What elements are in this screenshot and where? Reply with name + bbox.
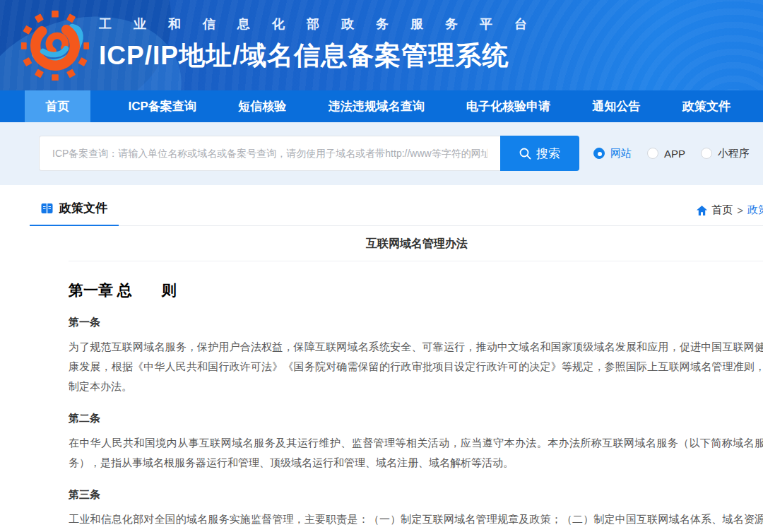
nav-item-illegal-domain-query[interactable]: 违法违规域名查询 <box>324 90 429 122</box>
nav-item-notices[interactable]: 通知公告 <box>588 90 645 122</box>
article-3: 第三条 工业和信息化部对全国的域名服务实施监督管理，主要职责是：（一）制定互联网… <box>69 488 763 532</box>
section-title: 政策文件 <box>59 200 107 216</box>
radio-app-label: APP <box>664 148 685 160</box>
breadcrumb-current[interactable]: 政策文件 <box>747 203 763 217</box>
radio-mini-program[interactable]: 小程序 <box>701 147 750 160</box>
nav-item-electronic-verify[interactable]: 电子化核验申请 <box>462 90 555 122</box>
content-area: 政策文件 首页 > 政策文件 互联网域名管理办法 第一章 总 则 第一条 为了规… <box>0 185 763 532</box>
nav-item-sms-verify[interactable]: 短信核验 <box>234 90 290 122</box>
site-header: 工业和信息化部政务服务平台 ICP/IP地址/域名信息备案管理系统 <box>0 0 763 90</box>
browser-viewport: 工业和信息化部政务服务平台 ICP/IP地址/域名信息备案管理系统 首页 ICP… <box>0 0 763 532</box>
document-title: 互联网域名管理办法 <box>69 237 763 261</box>
radio-dot-icon <box>593 148 605 159</box>
article-2: 第二条 在中华人民共和国境内从事互联网域名服务及其运行维护、监督管理等相关活动，… <box>69 412 763 473</box>
radio-website[interactable]: 网站 <box>593 147 632 160</box>
article-text: 工业和信息化部对全国的域名服务实施监督管理，主要职责是：（一）制定互联网域名管理… <box>69 509 763 532</box>
nav-item-policy-docs[interactable]: 政策文件 <box>678 90 735 122</box>
radio-app[interactable]: APP <box>647 148 685 160</box>
main-nav: 首页 ICP备案查询 短信核验 违法违规域名查询 电子化核验申请 通知公告 政策… <box>0 90 763 122</box>
article-1: 第一条 为了规范互联网域名服务，保护用户合法权益，保障互联网域名系统安全、可靠运… <box>69 316 763 396</box>
search-icon <box>519 148 531 160</box>
policy-doc-icon <box>41 203 53 214</box>
icp-search-input[interactable] <box>39 136 500 171</box>
article-heading: 第一条 <box>69 316 763 329</box>
breadcrumb-home[interactable]: 首页 <box>711 203 733 217</box>
home-icon <box>697 206 707 215</box>
breadcrumb-separator: > <box>737 204 743 216</box>
radio-dot-icon <box>647 148 658 159</box>
header-titles: 工业和信息化部政务服务平台 ICP/IP地址/域名信息备案管理系统 <box>99 16 549 73</box>
search-button[interactable]: 搜索 <box>500 136 579 171</box>
header-inner: 工业和信息化部政务服务平台 ICP/IP地址/域名信息备案管理系统 <box>0 0 763 81</box>
platform-title: 工业和信息化部政务服务平台 <box>99 16 549 32</box>
article-heading: 第三条 <box>69 488 763 502</box>
article-heading: 第二条 <box>69 412 763 425</box>
miit-gear-e-logo <box>21 8 89 81</box>
article-text: 为了规范互联网域名服务，保护用户合法权益，保障互联网域名系统安全、可靠运行，推动… <box>69 337 763 396</box>
radio-website-label: 网站 <box>610 147 632 160</box>
page: 工业和信息化部政务服务平台 ICP/IP地址/域名信息备案管理系统 首页 ICP… <box>0 0 763 532</box>
policy-document: 互联网域名管理办法 第一章 总 则 第一条 为了规范互联网域名服务，保护用户合法… <box>69 237 763 532</box>
tab-policy-documents[interactable]: 政策文件 <box>30 194 119 226</box>
chapter-heading: 第一章 总 则 <box>69 280 763 300</box>
system-title: ICP/IP地址/域名信息备案管理系统 <box>99 38 549 73</box>
search-button-label: 搜索 <box>536 146 560 162</box>
breadcrumb: 首页 > 政策文件 <box>697 203 763 225</box>
nav-item-home[interactable]: 首页 <box>25 90 90 122</box>
search-row: 搜索 网站 APP 小程序 快应用 <box>0 122 763 171</box>
article-text: 在中华人民共和国境内从事互联网域名服务及其运行维护、监督管理等相关活动，应当遵守… <box>69 433 763 473</box>
nav-item-icp-query[interactable]: ICP备案查询 <box>124 90 200 122</box>
radio-dot-icon <box>701 148 712 159</box>
search-section: 搜索 网站 APP 小程序 快应用 <box>0 122 763 185</box>
section-header: 政策文件 首页 > 政策文件 <box>30 185 763 226</box>
radio-mini-program-label: 小程序 <box>718 147 750 160</box>
search-type-radio-group: 网站 APP 小程序 快应用 <box>593 147 763 160</box>
